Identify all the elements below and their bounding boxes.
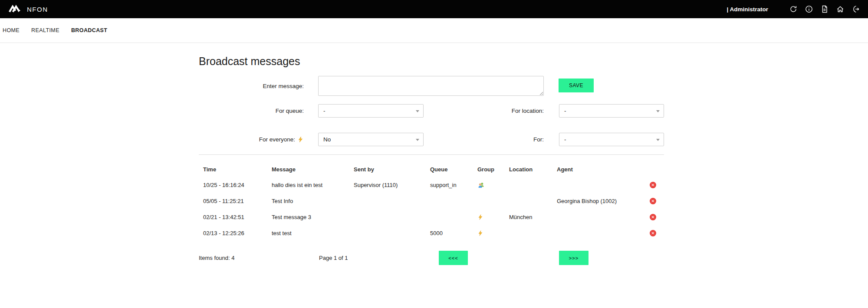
top-bar: NFON | Administrator bbox=[0, 0, 868, 18]
lightning-icon bbox=[477, 214, 509, 220]
enter-message-label: Enter message: bbox=[199, 76, 318, 89]
col-message: Message bbox=[272, 166, 354, 173]
prev-page-button[interactable]: <<< bbox=[439, 251, 468, 265]
cell-location: München bbox=[509, 214, 557, 220]
cell-message: test test bbox=[272, 230, 354, 236]
refresh-icon[interactable] bbox=[789, 5, 798, 13]
for-queue-value: - bbox=[323, 108, 326, 114]
chevron-down-icon bbox=[656, 110, 660, 112]
table-row: 02/21 - 13:42:51 Test message 3 München … bbox=[199, 209, 664, 225]
page-info-label: Page 1 of 1 bbox=[319, 255, 439, 261]
for-everyone-select[interactable]: No bbox=[318, 133, 424, 146]
col-agent: Agent bbox=[557, 166, 647, 173]
next-page-button[interactable]: >>> bbox=[559, 251, 589, 265]
cell-time: 10/25 - 16:16:24 bbox=[203, 182, 272, 188]
col-time: Time bbox=[203, 166, 272, 173]
cell-queue: support_in bbox=[430, 182, 477, 188]
logout-icon[interactable] bbox=[852, 5, 860, 13]
table-footer: Items found: 4 Page 1 of 1 <<< >>> bbox=[199, 251, 664, 265]
for-everyone-value: No bbox=[323, 136, 331, 143]
brand-name: NFON bbox=[27, 6, 48, 13]
for-value: - bbox=[564, 136, 566, 143]
for-queue-label: For queue: bbox=[199, 108, 318, 114]
for-queue-select[interactable]: - bbox=[318, 104, 424, 118]
save-button[interactable]: SAVE bbox=[559, 79, 594, 92]
table-header: Time Message Sent by Queue Group Locatio… bbox=[199, 162, 664, 177]
table-row: 10/25 - 16:16:24 hallo dies ist ein test… bbox=[199, 177, 664, 193]
cell-message: Test Info bbox=[272, 198, 354, 204]
for-everyone-label-text: For everyone: bbox=[259, 136, 295, 143]
broadcast-page: Broadcast messages Enter message: SAVE F… bbox=[199, 55, 664, 265]
delete-icon[interactable]: ✕ bbox=[650, 214, 656, 220]
cell-time: 02/13 - 12:25:26 bbox=[203, 230, 272, 236]
for-select[interactable]: - bbox=[559, 133, 664, 146]
chevron-down-icon bbox=[656, 139, 660, 141]
delete-icon[interactable]: ✕ bbox=[650, 230, 656, 236]
cell-time: 05/05 - 11:25:21 bbox=[203, 198, 272, 204]
for-location-select[interactable]: - bbox=[559, 104, 664, 118]
col-location: Location bbox=[509, 166, 557, 173]
for-location-label: For location: bbox=[424, 108, 544, 114]
chevron-down-icon bbox=[416, 110, 419, 112]
lightning-icon bbox=[477, 230, 509, 236]
cell-queue: 5000 bbox=[430, 230, 477, 236]
cell-message: hallo dies ist ein test bbox=[272, 182, 354, 188]
col-sent-by: Sent by bbox=[354, 166, 430, 173]
col-queue: Queue bbox=[430, 166, 477, 173]
table-row: 05/05 - 11:25:21 Test Info Georgina Bish… bbox=[199, 193, 664, 209]
group-icon bbox=[477, 182, 509, 189]
document-icon[interactable] bbox=[820, 5, 829, 13]
table-row: 02/13 - 12:25:26 test test 5000 ✕ bbox=[199, 225, 664, 241]
for-location-value: - bbox=[564, 108, 566, 114]
broadcast-table: Time Message Sent by Queue Group Locatio… bbox=[199, 154, 664, 265]
page-title: Broadcast messages bbox=[199, 55, 664, 68]
nav-item-realtime[interactable]: REALTIME bbox=[31, 27, 59, 33]
delete-icon[interactable]: ✕ bbox=[650, 182, 656, 188]
for-everyone-label: For everyone: bbox=[199, 136, 318, 143]
nfon-logo-icon bbox=[9, 4, 23, 14]
broadcast-form: Enter message: SAVE For queue: - For loc… bbox=[199, 76, 664, 146]
cell-message: Test message 3 bbox=[272, 214, 354, 220]
cell-sent-by: Supervisor (1110) bbox=[354, 182, 430, 188]
chevron-down-icon bbox=[416, 139, 419, 141]
col-group: Group bbox=[477, 166, 509, 173]
message-input[interactable] bbox=[318, 76, 544, 96]
nfon-logo: NFON bbox=[9, 4, 48, 14]
items-found-label: Items found: 4 bbox=[199, 255, 319, 261]
main-nav: HOME REALTIME BROADCAST bbox=[0, 18, 868, 43]
nav-item-broadcast[interactable]: BROADCAST bbox=[71, 27, 107, 33]
delete-icon[interactable]: ✕ bbox=[650, 198, 656, 204]
cell-agent: Georgina Bishop (1002) bbox=[557, 198, 647, 204]
cell-time: 02/21 - 13:42:51 bbox=[203, 214, 272, 220]
nav-item-home[interactable]: HOME bbox=[3, 27, 20, 33]
for-label: For: bbox=[424, 136, 544, 143]
lightning-icon bbox=[297, 136, 304, 143]
home-icon[interactable] bbox=[836, 5, 845, 13]
info-icon[interactable] bbox=[805, 5, 813, 13]
logged-in-user: | Administrator bbox=[727, 6, 768, 13]
